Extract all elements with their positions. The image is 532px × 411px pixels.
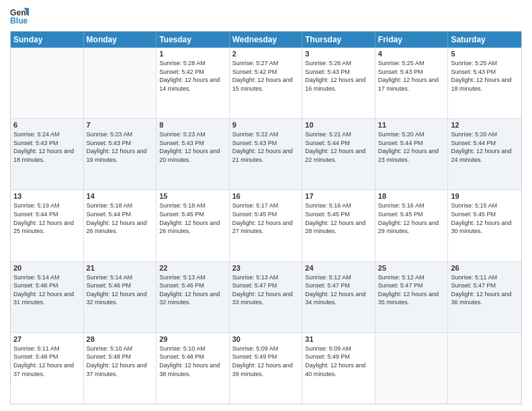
day-info: Sunrise: 5:25 AMSunset: 5:43 PMDaylight:… xyxy=(378,59,445,93)
day-info: Sunrise: 5:17 AMSunset: 5:45 PMDaylight:… xyxy=(232,201,300,235)
day-number: 28 xyxy=(87,335,154,343)
day-number: 11 xyxy=(378,121,445,129)
day-info: Sunrise: 5:28 AMSunset: 5:42 PMDaylight:… xyxy=(159,59,226,93)
calendar-cell: 29Sunrise: 5:10 AMSunset: 5:48 PMDayligh… xyxy=(157,333,230,404)
day-number: 31 xyxy=(305,335,372,343)
calendar-cell: 28Sunrise: 5:10 AMSunset: 5:48 PMDayligh… xyxy=(84,333,157,404)
day-info: Sunrise: 5:13 AMSunset: 5:47 PMDaylight:… xyxy=(232,273,300,307)
calendar-cell xyxy=(448,333,521,404)
calendar-cell xyxy=(375,333,449,404)
day-info: Sunrise: 5:20 AMSunset: 5:44 PMDaylight:… xyxy=(451,130,519,164)
header-cell-thursday: Thursday xyxy=(302,32,375,48)
calendar-row: 6Sunrise: 5:24 AMSunset: 5:43 PMDaylight… xyxy=(11,118,521,189)
day-number: 25 xyxy=(378,264,445,272)
calendar-cell: 10Sunrise: 5:21 AMSunset: 5:44 PMDayligh… xyxy=(302,119,375,189)
day-info: Sunrise: 5:21 AMSunset: 5:44 PMDaylight:… xyxy=(305,130,372,164)
day-info: Sunrise: 5:14 AMSunset: 5:46 PMDaylight:… xyxy=(87,273,154,307)
calendar-cell: 17Sunrise: 5:16 AMSunset: 5:45 PMDayligh… xyxy=(302,190,375,261)
day-number: 7 xyxy=(87,121,154,129)
day-number: 23 xyxy=(232,264,300,272)
calendar-cell xyxy=(11,48,84,118)
day-info: Sunrise: 5:20 AMSunset: 5:44 PMDaylight:… xyxy=(378,130,445,164)
calendar-row: 1Sunrise: 5:28 AMSunset: 5:42 PMDaylight… xyxy=(11,48,521,118)
calendar-cell: 21Sunrise: 5:14 AMSunset: 5:46 PMDayligh… xyxy=(84,262,157,332)
day-number: 19 xyxy=(451,192,519,200)
calendar-cell: 18Sunrise: 5:16 AMSunset: 5:45 PMDayligh… xyxy=(375,190,449,261)
header-cell-friday: Friday xyxy=(375,32,449,48)
calendar-cell: 2Sunrise: 5:27 AMSunset: 5:42 PMDaylight… xyxy=(230,48,303,118)
day-info: Sunrise: 5:12 AMSunset: 5:47 PMDaylight:… xyxy=(378,273,445,307)
day-number: 4 xyxy=(378,50,445,58)
logo: General Blue xyxy=(10,7,29,26)
day-number: 1 xyxy=(159,50,226,58)
calendar-header: SundayMondayTuesdayWednesdayThursdayFrid… xyxy=(11,32,521,48)
header-cell-saturday: Saturday xyxy=(448,32,521,48)
calendar-cell: 14Sunrise: 5:18 AMSunset: 5:44 PMDayligh… xyxy=(84,190,157,261)
day-info: Sunrise: 5:23 AMSunset: 5:43 PMDaylight:… xyxy=(87,130,154,164)
svg-text:Blue: Blue xyxy=(10,16,28,26)
day-info: Sunrise: 5:22 AMSunset: 5:43 PMDaylight:… xyxy=(232,130,300,164)
calendar-cell: 31Sunrise: 5:09 AMSunset: 5:49 PMDayligh… xyxy=(302,333,375,404)
day-info: Sunrise: 5:14 AMSunset: 5:46 PMDaylight:… xyxy=(13,273,81,307)
calendar-row: 27Sunrise: 5:11 AMSunset: 5:48 PMDayligh… xyxy=(11,332,521,404)
calendar-cell: 3Sunrise: 5:26 AMSunset: 5:43 PMDaylight… xyxy=(302,48,375,118)
day-info: Sunrise: 5:24 AMSunset: 5:43 PMDaylight:… xyxy=(13,130,81,164)
day-number: 14 xyxy=(87,192,154,200)
calendar-cell: 20Sunrise: 5:14 AMSunset: 5:46 PMDayligh… xyxy=(11,262,84,332)
day-number: 20 xyxy=(13,264,81,272)
day-number: 2 xyxy=(232,50,300,58)
day-info: Sunrise: 5:26 AMSunset: 5:43 PMDaylight:… xyxy=(305,59,372,93)
calendar-cell: 4Sunrise: 5:25 AMSunset: 5:43 PMDaylight… xyxy=(375,48,449,118)
day-number: 12 xyxy=(451,121,519,129)
day-number: 16 xyxy=(232,192,300,200)
day-number: 26 xyxy=(451,264,519,272)
day-info: Sunrise: 5:18 AMSunset: 5:44 PMDaylight:… xyxy=(87,201,154,235)
day-info: Sunrise: 5:27 AMSunset: 5:42 PMDaylight:… xyxy=(232,59,300,93)
day-number: 8 xyxy=(159,121,226,129)
day-info: Sunrise: 5:10 AMSunset: 5:48 PMDaylight:… xyxy=(159,345,226,378)
calendar-cell: 30Sunrise: 5:09 AMSunset: 5:49 PMDayligh… xyxy=(230,333,303,404)
day-number: 29 xyxy=(159,335,226,343)
day-number: 21 xyxy=(87,264,154,272)
calendar-cell: 1Sunrise: 5:28 AMSunset: 5:42 PMDaylight… xyxy=(157,48,230,118)
day-number: 5 xyxy=(451,50,519,58)
calendar-cell: 26Sunrise: 5:11 AMSunset: 5:47 PMDayligh… xyxy=(448,262,521,332)
day-number: 6 xyxy=(13,121,81,129)
calendar-cell: 13Sunrise: 5:19 AMSunset: 5:44 PMDayligh… xyxy=(11,190,84,261)
calendar-cell: 5Sunrise: 5:25 AMSunset: 5:43 PMDaylight… xyxy=(448,48,521,118)
header-cell-tuesday: Tuesday xyxy=(157,32,230,48)
calendar: SundayMondayTuesdayWednesdayThursdayFrid… xyxy=(10,31,522,404)
calendar-cell: 24Sunrise: 5:12 AMSunset: 5:47 PMDayligh… xyxy=(302,262,375,332)
logo-icon: General Blue xyxy=(10,7,29,26)
day-number: 22 xyxy=(159,264,226,272)
calendar-cell: 22Sunrise: 5:13 AMSunset: 5:46 PMDayligh… xyxy=(157,262,230,332)
day-number: 24 xyxy=(305,264,372,272)
day-number: 17 xyxy=(305,192,372,200)
day-info: Sunrise: 5:23 AMSunset: 5:43 PMDaylight:… xyxy=(159,130,226,164)
day-info: Sunrise: 5:18 AMSunset: 5:45 PMDaylight:… xyxy=(159,201,226,235)
day-info: Sunrise: 5:11 AMSunset: 5:47 PMDaylight:… xyxy=(451,273,519,307)
day-number: 10 xyxy=(305,121,372,129)
calendar-cell: 23Sunrise: 5:13 AMSunset: 5:47 PMDayligh… xyxy=(230,262,303,332)
calendar-cell: 15Sunrise: 5:18 AMSunset: 5:45 PMDayligh… xyxy=(157,190,230,261)
calendar-cell: 19Sunrise: 5:15 AMSunset: 5:45 PMDayligh… xyxy=(448,190,521,261)
day-info: Sunrise: 5:16 AMSunset: 5:45 PMDaylight:… xyxy=(378,201,445,235)
day-info: Sunrise: 5:19 AMSunset: 5:44 PMDaylight:… xyxy=(13,201,81,235)
calendar-cell: 25Sunrise: 5:12 AMSunset: 5:47 PMDayligh… xyxy=(375,262,449,332)
calendar-cell: 9Sunrise: 5:22 AMSunset: 5:43 PMDaylight… xyxy=(230,119,303,189)
day-info: Sunrise: 5:09 AMSunset: 5:49 PMDaylight:… xyxy=(305,345,372,378)
day-info: Sunrise: 5:25 AMSunset: 5:43 PMDaylight:… xyxy=(451,59,519,93)
calendar-row: 13Sunrise: 5:19 AMSunset: 5:44 PMDayligh… xyxy=(11,189,521,261)
day-info: Sunrise: 5:15 AMSunset: 5:45 PMDaylight:… xyxy=(451,201,519,235)
calendar-row: 20Sunrise: 5:14 AMSunset: 5:46 PMDayligh… xyxy=(11,261,521,332)
calendar-cell: 8Sunrise: 5:23 AMSunset: 5:43 PMDaylight… xyxy=(157,119,230,189)
day-number: 30 xyxy=(232,335,300,343)
calendar-cell: 6Sunrise: 5:24 AMSunset: 5:43 PMDaylight… xyxy=(11,119,84,189)
calendar-body: 1Sunrise: 5:28 AMSunset: 5:42 PMDaylight… xyxy=(11,48,521,404)
day-number: 3 xyxy=(305,50,372,58)
header-cell-sunday: Sunday xyxy=(11,32,84,48)
calendar-cell: 27Sunrise: 5:11 AMSunset: 5:48 PMDayligh… xyxy=(11,333,84,404)
day-number: 13 xyxy=(13,192,81,200)
header-cell-wednesday: Wednesday xyxy=(230,32,303,48)
header: General Blue xyxy=(10,7,522,26)
